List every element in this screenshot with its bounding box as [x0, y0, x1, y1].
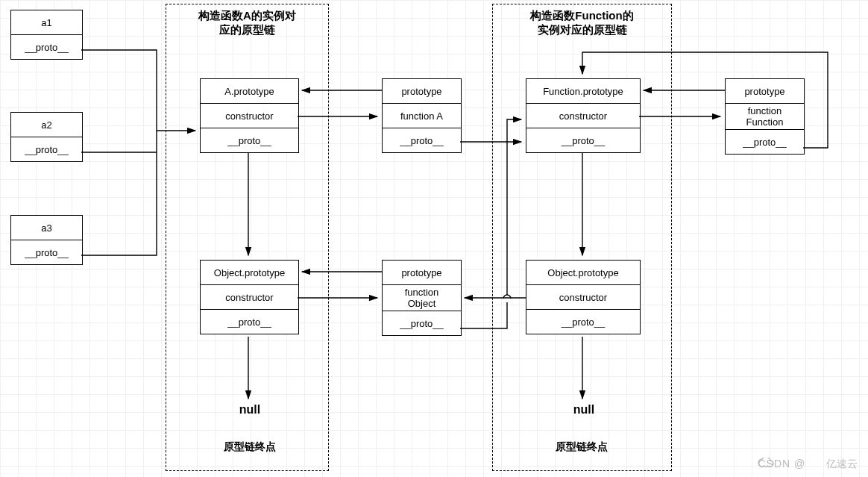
diagram-stage: 构造函数A的实例对 应的原型链 构造函数Function的 实例对应的原型链 a…: [0, 0, 868, 477]
watermark-yun: 亿速云: [826, 458, 858, 470]
watermark: CSDN @ 亿速云: [758, 458, 858, 471]
arrows-layer: [0, 0, 868, 477]
